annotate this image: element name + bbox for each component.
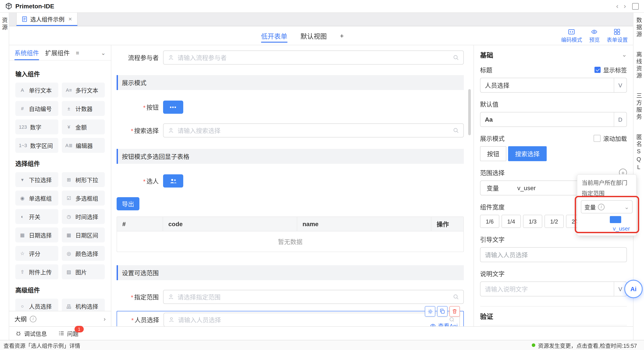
pick-button-trigger[interactable]: ••• <box>163 101 183 114</box>
palette-scroll-area[interactable]: 输入组件 A单行文本 A≡多行文本 #自动编号 ±计数器 123数字 ¥金额 1… <box>9 61 111 311</box>
add-view-button[interactable]: + <box>340 26 344 45</box>
palette-item-dropdown[interactable]: ▾下拉选择 <box>15 172 58 187</box>
field-pick-person[interactable]: *选人 <box>116 174 464 188</box>
palette-item-org-picker[interactable]: 品机构选择 <box>62 299 105 311</box>
palette-item-color-picker[interactable]: ◎颜色选择 <box>62 246 105 261</box>
chevron-down-icon[interactable]: ⌄ <box>622 51 627 58</box>
palette-item-attachment[interactable]: ⇧附件上传 <box>15 264 58 279</box>
field-specified-range[interactable]: *指定范围 请选择指定范围 <box>116 290 464 304</box>
variable-bind-button[interactable]: V <box>614 78 626 92</box>
palette-item-counter[interactable]: ±计数器 <box>62 101 105 116</box>
time-picker-icon: ◷ <box>65 214 72 219</box>
scroll-load-checkbox[interactable] <box>594 135 600 142</box>
guide-text-input[interactable]: 请输入人员选择 <box>480 247 627 262</box>
app-title: Primeton-IDE <box>15 3 54 10</box>
code-mode-button[interactable]: 编码模式 <box>561 28 582 43</box>
variable-option-v-user[interactable]: v_user <box>613 225 630 232</box>
status-left-text[interactable]: 查看资源「选人组件示例」详情 <box>4 341 80 349</box>
palette-item-radio-group[interactable]: ◉单选框组 <box>15 191 58 206</box>
ai-assistant-button[interactable]: Ai <box>624 280 643 298</box>
width-option[interactable]: 1/2 <box>544 215 564 228</box>
app-logo-icon <box>5 3 12 10</box>
field-settings-button[interactable] <box>425 306 435 317</box>
nav-back-icon[interactable]: ‹ <box>614 3 621 10</box>
palette-item-single-text[interactable]: A单行文本 <box>15 83 58 97</box>
rail-offline-resources[interactable]: 离线资源 <box>634 51 643 79</box>
scroll-load-option[interactable]: 滚动加载 <box>594 134 627 143</box>
palette-item-auto-number[interactable]: #自动编号 <box>15 101 58 116</box>
description-input[interactable]: 请输入说明文字 V <box>480 281 627 296</box>
palette-item-number-range[interactable]: 1~3数字区间 <box>15 138 58 153</box>
field-search-select[interactable]: *搜索选择 请输入搜索选择 <box>116 123 464 137</box>
tab-extended-components[interactable]: 扩展组件 <box>45 45 70 60</box>
close-icon[interactable]: × <box>68 15 72 22</box>
rail-anonymous-sql[interactable]: 匿名SQL <box>634 134 643 172</box>
mode-button-option[interactable]: 按钮 <box>480 146 506 161</box>
field-person-picker[interactable]: *人员选择 请输入人员选择 <box>117 313 460 326</box>
width-option[interactable]: 1/6 <box>480 215 499 228</box>
selected-field-person-picker[interactable]: *人员选择 请输入人员选择 查看Api <box>116 311 464 326</box>
dropdown-option-current-department[interactable]: 当前用户所在部门 <box>577 177 636 188</box>
status-change-notice[interactable]: 资源发生变更，点击查看,检查时间:15:57 <box>532 341 637 349</box>
outline-bar[interactable]: 大纲 i › <box>9 311 111 326</box>
view-api-link[interactable]: 查看Api <box>429 321 459 326</box>
form-canvas[interactable]: 流程参与者 请输入流程参与者 展示模式 *按钮 ••• <box>111 45 474 326</box>
rail-third-party-services[interactable]: 三方服务 <box>634 93 643 121</box>
rail-data-sources[interactable]: 数据源 <box>634 17 643 38</box>
problems-button[interactable]: 问题 1 <box>58 329 78 337</box>
chevron-down-icon[interactable]: ⌄ <box>101 49 106 56</box>
pick-person-button[interactable] <box>163 174 183 188</box>
width-option[interactable]: 1/3 <box>523 215 542 228</box>
process-participant-input[interactable]: 请输入流程参与者 <box>163 51 464 65</box>
tab-default-view[interactable]: 默认视图 <box>300 26 327 45</box>
palette-item-date-picker[interactable]: ▦日期选择 <box>15 228 58 242</box>
palette-item-editor[interactable]: A≣编辑器 <box>62 138 105 153</box>
field-delete-button[interactable] <box>449 306 460 317</box>
nav-forward-icon[interactable]: › <box>621 3 629 10</box>
canvas-scrollbar[interactable] <box>468 89 471 135</box>
debug-info-button[interactable]: 调试信息 <box>15 329 47 337</box>
search-select-input[interactable]: 请输入搜索选择 <box>163 123 464 137</box>
palette-item-currency[interactable]: ¥金额 <box>62 119 105 134</box>
rail-resources[interactable]: 资源 <box>0 17 8 31</box>
field-copy-button[interactable] <box>437 306 448 317</box>
palette-item-person-picker[interactable]: ○人员选择 <box>15 299 58 311</box>
field-button-mode[interactable]: *按钮 ••• <box>116 101 464 114</box>
palette-item-multi-text[interactable]: A≡多行文本 <box>62 83 105 97</box>
show-label-option[interactable]: 显示标签 <box>594 65 627 74</box>
palette-item-checkbox-group[interactable]: ☑多选框组 <box>62 191 105 206</box>
default-bind-button[interactable]: D <box>614 112 626 126</box>
default-value-input[interactable]: Aa D <box>480 112 627 127</box>
form-settings-button[interactable]: 表单设置 <box>607 28 628 43</box>
info-icon: i <box>30 315 36 322</box>
column-header: code <box>163 217 297 231</box>
tab-lowcode-form[interactable]: 低开表单 <box>261 26 287 45</box>
title-input[interactable]: 人员选择 V <box>480 78 627 93</box>
preview-button[interactable]: 预览 <box>589 28 600 43</box>
person-picker-input[interactable]: 请输入人员选择 <box>164 313 460 326</box>
palette-item-time-picker[interactable]: ◷时间选择 <box>62 209 105 224</box>
document-tab[interactable]: 选人组件示例 × <box>16 13 78 26</box>
menu-icon[interactable]: ≡ <box>76 49 79 56</box>
palette-item-rating[interactable]: ☆评分 <box>15 246 58 261</box>
specified-range-input[interactable]: 请选择指定范围 <box>163 290 464 304</box>
palette-item-date-range[interactable]: ▦日期区间 <box>62 228 105 242</box>
palette-item-switch[interactable]: ◐开关 <box>15 209 58 224</box>
mode-search-select-option[interactable]: 搜索选择 <box>508 146 547 161</box>
dropdown-option-specified-range[interactable]: 指定范围 <box>577 188 636 198</box>
show-label-checkbox[interactable] <box>594 67 600 73</box>
tab-system-components[interactable]: 系统组件 <box>14 45 39 60</box>
export-button[interactable]: 导出 <box>116 197 140 210</box>
palette-item-tree-dropdown[interactable]: ⊞树形下拉 <box>62 172 105 187</box>
auto-number-icon: # <box>19 106 26 111</box>
palette-item-image[interactable]: ▨图片 <box>62 264 105 279</box>
variable-type-select[interactable]: 变量 i ⌄ <box>581 200 632 213</box>
section-validate[interactable]: 验证 <box>480 306 627 325</box>
chevron-right-icon[interactable]: › <box>104 315 106 322</box>
field-label: 按钮 <box>146 104 159 111</box>
palette-item-number[interactable]: 123数字 <box>15 119 58 134</box>
section-basic[interactable]: 基础 ⌄ <box>480 45 627 64</box>
field-process-participant[interactable]: 流程参与者 请输入流程参与者 <box>116 51 464 65</box>
layout-toggle-icon[interactable] <box>632 3 639 10</box>
width-option[interactable]: 1/4 <box>502 215 521 228</box>
